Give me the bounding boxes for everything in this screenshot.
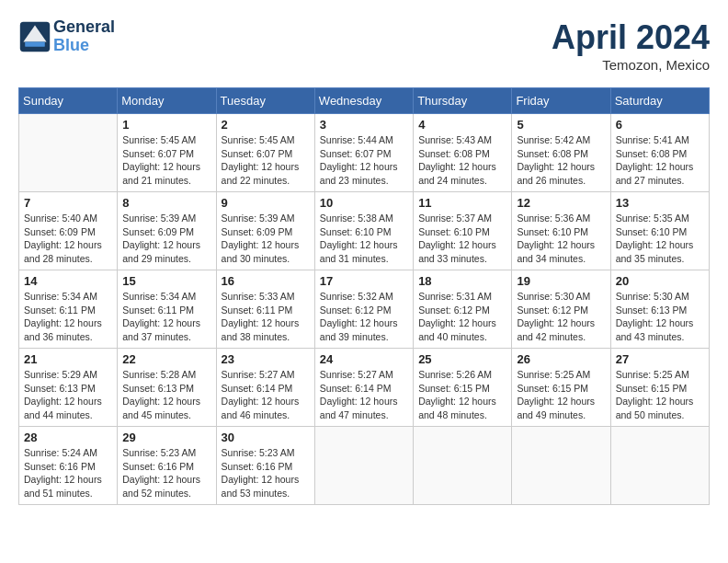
day-number: 27 bbox=[616, 352, 704, 366]
weekday-header-row: SundayMondayTuesdayWednesdayThursdayFrid… bbox=[19, 88, 710, 114]
day-number: 9 bbox=[222, 196, 310, 210]
day-number: 30 bbox=[222, 431, 310, 444]
day-info: Sunrise: 5:44 AMSunset: 6:07 PMDaylight:… bbox=[320, 133, 408, 188]
weekday-header-tuesday: Tuesday bbox=[216, 88, 314, 114]
day-info: Sunrise: 5:32 AMSunset: 6:12 PMDaylight:… bbox=[320, 290, 408, 344]
day-info: Sunrise: 5:39 AMSunset: 6:09 PMDaylight:… bbox=[122, 212, 210, 266]
day-info: Sunrise: 5:42 AMSunset: 6:08 PMDaylight:… bbox=[517, 133, 605, 188]
day-number: 18 bbox=[418, 274, 506, 288]
day-info: Sunrise: 5:28 AMSunset: 6:13 PMDaylight:… bbox=[122, 368, 210, 422]
day-info: Sunrise: 5:31 AMSunset: 6:12 PMDaylight:… bbox=[418, 290, 506, 344]
day-info: Sunrise: 5:38 AMSunset: 6:10 PMDaylight:… bbox=[320, 212, 408, 266]
calendar-cell: 17Sunrise: 5:32 AMSunset: 6:12 PMDayligh… bbox=[314, 270, 413, 349]
calendar-cell bbox=[19, 114, 118, 192]
day-info: Sunrise: 5:25 AMSunset: 6:15 PMDaylight:… bbox=[517, 368, 605, 422]
week-row-5: 28Sunrise: 5:24 AMSunset: 6:16 PMDayligh… bbox=[19, 427, 710, 505]
day-info: Sunrise: 5:23 AMSunset: 6:16 PMDaylight:… bbox=[122, 446, 210, 500]
day-number: 5 bbox=[517, 118, 605, 132]
day-number: 11 bbox=[418, 196, 506, 210]
day-info: Sunrise: 5:29 AMSunset: 6:13 PMDaylight:… bbox=[24, 368, 112, 422]
day-info: Sunrise: 5:45 AMSunset: 6:07 PMDaylight:… bbox=[122, 133, 210, 188]
day-number: 16 bbox=[222, 274, 310, 288]
calendar-cell: 28Sunrise: 5:24 AMSunset: 6:16 PMDayligh… bbox=[19, 427, 118, 505]
day-info: Sunrise: 5:27 AMSunset: 6:14 PMDaylight:… bbox=[320, 368, 408, 422]
calendar-cell: 26Sunrise: 5:25 AMSunset: 6:15 PMDayligh… bbox=[512, 349, 610, 427]
day-info: Sunrise: 5:33 AMSunset: 6:11 PMDaylight:… bbox=[222, 290, 310, 344]
calendar-cell: 7Sunrise: 5:40 AMSunset: 6:09 PMDaylight… bbox=[19, 192, 118, 270]
weekday-header-friday: Friday bbox=[512, 88, 610, 114]
day-number: 12 bbox=[517, 196, 605, 210]
day-number: 29 bbox=[122, 431, 210, 444]
logo-icon bbox=[18, 20, 51, 53]
calendar-cell: 2Sunrise: 5:45 AMSunset: 6:07 PMDaylight… bbox=[216, 114, 314, 192]
day-info: Sunrise: 5:27 AMSunset: 6:14 PMDaylight:… bbox=[222, 368, 310, 422]
calendar-cell: 18Sunrise: 5:31 AMSunset: 6:12 PMDayligh… bbox=[414, 270, 512, 349]
calendar-cell: 23Sunrise: 5:27 AMSunset: 6:14 PMDayligh… bbox=[216, 349, 314, 427]
calendar-cell: 10Sunrise: 5:38 AMSunset: 6:10 PMDayligh… bbox=[314, 192, 413, 270]
calendar-cell bbox=[314, 427, 413, 505]
day-number: 15 bbox=[122, 274, 210, 288]
page-header: General Blue April 2024 Temozon, Mexico bbox=[18, 18, 710, 73]
calendar-cell: 1Sunrise: 5:45 AMSunset: 6:07 PMDaylight… bbox=[118, 114, 216, 192]
day-info: Sunrise: 5:41 AMSunset: 6:08 PMDaylight:… bbox=[616, 133, 704, 188]
day-number: 28 bbox=[24, 431, 112, 444]
calendar-cell bbox=[610, 427, 709, 505]
week-row-4: 21Sunrise: 5:29 AMSunset: 6:13 PMDayligh… bbox=[19, 349, 710, 427]
calendar-cell: 13Sunrise: 5:35 AMSunset: 6:10 PMDayligh… bbox=[610, 192, 709, 270]
calendar-cell: 19Sunrise: 5:30 AMSunset: 6:12 PMDayligh… bbox=[512, 270, 610, 349]
location: Temozon, Mexico bbox=[552, 57, 710, 73]
day-info: Sunrise: 5:40 AMSunset: 6:09 PMDaylight:… bbox=[24, 212, 112, 266]
weekday-header-saturday: Saturday bbox=[610, 88, 709, 114]
day-info: Sunrise: 5:37 AMSunset: 6:10 PMDaylight:… bbox=[418, 212, 506, 266]
day-number: 21 bbox=[24, 352, 112, 366]
calendar-cell: 6Sunrise: 5:41 AMSunset: 6:08 PMDaylight… bbox=[610, 114, 709, 192]
day-number: 2 bbox=[222, 118, 310, 132]
day-info: Sunrise: 5:23 AMSunset: 6:16 PMDaylight:… bbox=[222, 446, 310, 500]
calendar-cell: 27Sunrise: 5:25 AMSunset: 6:15 PMDayligh… bbox=[610, 349, 709, 427]
calendar-cell: 22Sunrise: 5:28 AMSunset: 6:13 PMDayligh… bbox=[118, 349, 216, 427]
day-number: 4 bbox=[418, 118, 506, 132]
title-block: April 2024 Temozon, Mexico bbox=[552, 18, 710, 73]
calendar-cell: 21Sunrise: 5:29 AMSunset: 6:13 PMDayligh… bbox=[19, 349, 118, 427]
calendar-cell: 30Sunrise: 5:23 AMSunset: 6:16 PMDayligh… bbox=[216, 427, 314, 505]
day-number: 22 bbox=[122, 352, 210, 366]
day-number: 10 bbox=[320, 196, 408, 210]
day-number: 6 bbox=[616, 118, 704, 132]
week-row-3: 14Sunrise: 5:34 AMSunset: 6:11 PMDayligh… bbox=[19, 270, 710, 349]
svg-rect-2 bbox=[25, 41, 45, 46]
day-info: Sunrise: 5:34 AMSunset: 6:11 PMDaylight:… bbox=[24, 290, 112, 344]
day-number: 23 bbox=[222, 352, 310, 366]
day-info: Sunrise: 5:35 AMSunset: 6:10 PMDaylight:… bbox=[616, 212, 704, 266]
day-number: 8 bbox=[122, 196, 210, 210]
day-number: 1 bbox=[122, 118, 210, 132]
day-info: Sunrise: 5:43 AMSunset: 6:08 PMDaylight:… bbox=[418, 133, 506, 188]
weekday-header-monday: Monday bbox=[118, 88, 216, 114]
logo: General Blue bbox=[18, 18, 115, 55]
logo-text-blue: Blue bbox=[53, 37, 115, 55]
week-row-2: 7Sunrise: 5:40 AMSunset: 6:09 PMDaylight… bbox=[19, 192, 710, 270]
day-number: 25 bbox=[418, 352, 506, 366]
day-number: 14 bbox=[24, 274, 112, 288]
day-info: Sunrise: 5:24 AMSunset: 6:16 PMDaylight:… bbox=[24, 446, 112, 500]
calendar-cell: 5Sunrise: 5:42 AMSunset: 6:08 PMDaylight… bbox=[512, 114, 610, 192]
calendar-cell: 29Sunrise: 5:23 AMSunset: 6:16 PMDayligh… bbox=[118, 427, 216, 505]
day-number: 3 bbox=[320, 118, 408, 132]
calendar-table: SundayMondayTuesdayWednesdayThursdayFrid… bbox=[18, 87, 710, 505]
day-number: 13 bbox=[616, 196, 704, 210]
logo-text-general: General bbox=[53, 18, 115, 37]
weekday-header-thursday: Thursday bbox=[414, 88, 512, 114]
day-number: 7 bbox=[24, 196, 112, 210]
calendar-cell bbox=[414, 427, 512, 505]
day-number: 17 bbox=[320, 274, 408, 288]
calendar-cell: 16Sunrise: 5:33 AMSunset: 6:11 PMDayligh… bbox=[216, 270, 314, 349]
month-title: April 2024 bbox=[552, 18, 710, 57]
calendar-cell: 4Sunrise: 5:43 AMSunset: 6:08 PMDaylight… bbox=[414, 114, 512, 192]
week-row-1: 1Sunrise: 5:45 AMSunset: 6:07 PMDaylight… bbox=[19, 114, 710, 192]
day-info: Sunrise: 5:30 AMSunset: 6:13 PMDaylight:… bbox=[616, 290, 704, 344]
weekday-header-wednesday: Wednesday bbox=[314, 88, 413, 114]
day-info: Sunrise: 5:34 AMSunset: 6:11 PMDaylight:… bbox=[122, 290, 210, 344]
calendar-cell: 14Sunrise: 5:34 AMSunset: 6:11 PMDayligh… bbox=[19, 270, 118, 349]
calendar-cell: 8Sunrise: 5:39 AMSunset: 6:09 PMDaylight… bbox=[118, 192, 216, 270]
day-info: Sunrise: 5:30 AMSunset: 6:12 PMDaylight:… bbox=[517, 290, 605, 344]
calendar-cell bbox=[512, 427, 610, 505]
